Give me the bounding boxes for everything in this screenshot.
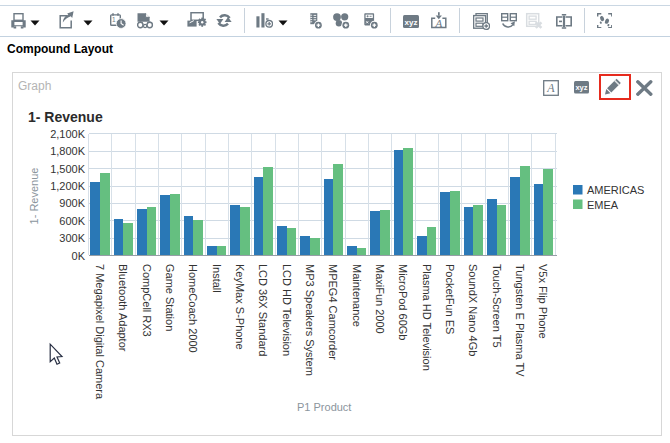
svg-text:7 Megapixel Digital Camera: 7 Megapixel Digital Camera — [94, 264, 106, 400]
svg-text:Maintenance: Maintenance — [351, 264, 363, 327]
svg-text:1,500K: 1,500K — [50, 163, 86, 175]
svg-text:HomeCoach 2000: HomeCoach 2000 — [187, 264, 199, 353]
svg-text:0K: 0K — [72, 250, 86, 262]
svg-text:PocketFun ES: PocketFun ES — [444, 264, 456, 334]
svg-text:Game Station: Game Station — [164, 264, 176, 331]
svg-text:1- Revenue: 1- Revenue — [28, 168, 40, 225]
svg-text:900K: 900K — [59, 197, 85, 209]
svg-text:P1 Product: P1 Product — [297, 401, 351, 413]
svg-text:MaxiFun 2000: MaxiFun 2000 — [374, 264, 386, 334]
svg-text:300K: 300K — [59, 232, 85, 244]
svg-text:1,800K: 1,800K — [50, 145, 86, 157]
svg-text:Tungsten E Plasma TV: Tungsten E Plasma TV — [514, 264, 526, 377]
svg-text:V5x Flip Phone: V5x Flip Phone — [537, 264, 549, 339]
svg-text:MP3 Speakers System: MP3 Speakers System — [304, 264, 316, 376]
svg-text:KeyMax S-Phone: KeyMax S-Phone — [234, 264, 246, 350]
svg-text:Bluetooth Adaptor: Bluetooth Adaptor — [117, 264, 129, 352]
svg-text:EMEA: EMEA — [587, 199, 619, 211]
svg-text:2,100K: 2,100K — [50, 128, 86, 140]
svg-text:MPEG4 Camcorder: MPEG4 Camcorder — [327, 264, 339, 360]
svg-text:Plasma HD Television: Plasma HD Television — [421, 264, 433, 371]
svg-text:LCD HD Television: LCD HD Television — [281, 264, 293, 356]
svg-text:1,200K: 1,200K — [50, 180, 86, 192]
svg-text:Touch-Screen T5: Touch-Screen T5 — [491, 264, 503, 348]
svg-text:1- Revenue: 1- Revenue — [28, 109, 103, 125]
svg-text:MicroPod 60Gb: MicroPod 60Gb — [397, 264, 409, 340]
svg-text:CompCell RX3: CompCell RX3 — [141, 264, 153, 337]
svg-text:600K: 600K — [59, 215, 85, 227]
svg-text:Install: Install — [211, 264, 223, 293]
svg-text:LCD 36X Standard: LCD 36X Standard — [257, 264, 269, 356]
svg-text:AMERICAS: AMERICAS — [587, 184, 644, 196]
svg-text:SoundX Nano 4Gb: SoundX Nano 4Gb — [467, 264, 479, 356]
